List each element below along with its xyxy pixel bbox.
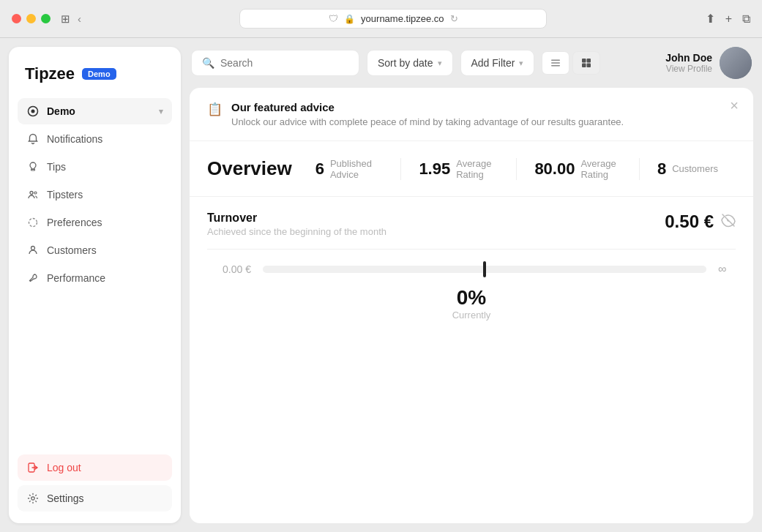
search-input[interactable] bbox=[220, 57, 348, 69]
banner-content: Our featured advice Unlock our advice wi… bbox=[231, 101, 624, 127]
add-filter-button[interactable]: Add Filter ▾ bbox=[460, 50, 535, 76]
slider-row: 0.00 € ∞ bbox=[207, 263, 736, 276]
clipboard-icon: 📋 bbox=[207, 102, 223, 117]
logout-icon bbox=[26, 461, 40, 474]
svg-rect-11 bbox=[551, 65, 560, 67]
shield-icon: 🛡 bbox=[329, 13, 338, 24]
sidebar-item-customers[interactable]: Customers bbox=[18, 237, 172, 263]
circle-dashed-icon bbox=[26, 216, 40, 229]
slider-thumb[interactable] bbox=[483, 261, 486, 277]
demo-badge: Demo bbox=[82, 68, 116, 80]
list-view-button[interactable] bbox=[542, 51, 569, 75]
sidebar-item-label: Tips bbox=[47, 161, 66, 173]
extensions-icon[interactable]: ⧉ bbox=[742, 12, 750, 26]
turnover-subtitle: Achieved since the beginning of the mont… bbox=[207, 226, 386, 237]
slider-min-value: 0.00 € bbox=[207, 263, 251, 275]
sidebar-item-label: Notifications bbox=[47, 133, 102, 145]
user-area: John Doe View Profile bbox=[665, 47, 752, 79]
sidebar-item-demo[interactable]: Demo ▾ bbox=[18, 98, 172, 124]
stat-customers: 8 Customers bbox=[640, 160, 736, 179]
sort-by-date-button[interactable]: Sort by date ▾ bbox=[367, 50, 453, 76]
sidebar-item-notifications[interactable]: Notifications bbox=[18, 126, 172, 152]
traffic-lights bbox=[12, 14, 51, 23]
svg-rect-9 bbox=[551, 60, 560, 61]
hide-value-icon[interactable] bbox=[721, 213, 736, 231]
settings-label: Settings bbox=[47, 492, 84, 504]
stat-label: Published Advice bbox=[330, 158, 383, 180]
search-icon: 🔍 bbox=[202, 57, 214, 69]
logout-label: Log out bbox=[47, 462, 81, 473]
divider bbox=[207, 249, 736, 250]
stat-published: 6 Published Advice bbox=[315, 158, 402, 180]
browser-nav-icons: ⊞ ‹ bbox=[61, 12, 81, 26]
turnover-value: 0.50 € bbox=[665, 211, 714, 232]
view-profile-link[interactable]: View Profile bbox=[665, 64, 712, 74]
stat-avg-rating-1: 1.95 Average Rating bbox=[401, 158, 517, 180]
svg-rect-13 bbox=[587, 59, 591, 63]
sidebar: Tipzee Demo Demo ▾ Notifications Tips bbox=[9, 47, 181, 523]
view-toggle bbox=[542, 51, 600, 75]
grid-view-button[interactable] bbox=[572, 51, 600, 75]
turnover-value-area: 0.50 € bbox=[665, 211, 736, 232]
turnover-title: Turnover bbox=[207, 211, 386, 225]
back-icon[interactable]: ‹ bbox=[78, 12, 81, 25]
turnover-header: Turnover Achieved since the beginning of… bbox=[207, 211, 736, 237]
tl-red[interactable] bbox=[12, 14, 21, 23]
sidebar-item-label: Preferences bbox=[47, 217, 102, 228]
sidebar-item-label: Tipsters bbox=[47, 189, 83, 201]
sidebar-item-label: Customers bbox=[47, 244, 97, 256]
settings-button[interactable]: Settings bbox=[18, 485, 172, 512]
chevron-down-icon: ▾ bbox=[159, 107, 163, 116]
svg-rect-12 bbox=[582, 59, 586, 63]
slider-area: 0.00 € ∞ 0% Currently bbox=[207, 263, 736, 321]
lock-icon: 🔒 bbox=[344, 14, 355, 24]
circle-dot-icon bbox=[26, 105, 40, 118]
svg-point-8 bbox=[31, 497, 34, 500]
filter-label: Add Filter bbox=[471, 57, 515, 69]
sidebar-item-tipsters[interactable]: Tipsters bbox=[18, 181, 172, 208]
overview-section: Overview 6 Published Advice 1.95 Average… bbox=[190, 141, 753, 197]
wrench-icon bbox=[26, 271, 40, 285]
slider-track[interactable] bbox=[263, 266, 706, 273]
stat-label: Average Rating bbox=[456, 158, 498, 180]
url-text: yourname.tipzee.co bbox=[361, 13, 444, 24]
sidebar-item-tips[interactable]: Tips bbox=[18, 154, 172, 180]
sort-label: Sort by date bbox=[378, 57, 433, 69]
grid-icon bbox=[580, 57, 592, 69]
users-icon bbox=[26, 244, 40, 257]
banner-description: Unlock our advice with complete peace of… bbox=[231, 116, 624, 127]
svg-point-3 bbox=[30, 192, 33, 195]
toolbar: 🔍 Sort by date ▾ Add Filter ▾ bbox=[190, 47, 753, 79]
svg-point-6 bbox=[31, 247, 35, 250]
stat-value: 80.00 bbox=[534, 160, 575, 179]
user-group-icon bbox=[26, 188, 40, 201]
slider-max-value: ∞ bbox=[718, 263, 736, 276]
lightbulb-icon bbox=[26, 160, 40, 173]
list-icon bbox=[550, 57, 561, 69]
svg-point-5 bbox=[29, 219, 37, 227]
stat-label: Customers bbox=[672, 163, 718, 174]
search-box[interactable]: 🔍 bbox=[191, 50, 359, 76]
share-icon[interactable]: ⬆ bbox=[706, 12, 715, 26]
refresh-icon[interactable]: ↻ bbox=[450, 13, 458, 24]
percent-label: Currently bbox=[452, 310, 491, 321]
app-layout: Tipzee Demo Demo ▾ Notifications Tips bbox=[0, 38, 762, 532]
browser-chrome: ⊞ ‹ 🛡 🔒 yourname.tipzee.co ↻ ⬆ + ⧉ bbox=[0, 0, 762, 38]
sidebar-item-performance[interactable]: Performance bbox=[18, 265, 172, 291]
logo-text: Tipzee bbox=[25, 64, 75, 83]
svg-point-4 bbox=[34, 192, 37, 194]
tl-green[interactable] bbox=[41, 14, 51, 23]
tl-yellow[interactable] bbox=[26, 14, 36, 23]
svg-rect-2 bbox=[31, 170, 35, 171]
logout-button[interactable]: Log out bbox=[18, 454, 172, 481]
svg-rect-10 bbox=[551, 62, 560, 64]
address-bar[interactable]: 🛡 🔒 yourname.tipzee.co ↻ bbox=[239, 9, 547, 29]
sidebar-item-preferences[interactable]: Preferences bbox=[18, 209, 172, 236]
turnover-section: Turnover Achieved since the beginning of… bbox=[190, 197, 753, 335]
close-banner-button[interactable]: × bbox=[730, 98, 739, 113]
avatar[interactable] bbox=[720, 47, 752, 79]
settings-icon bbox=[26, 492, 40, 505]
new-tab-icon[interactable]: + bbox=[725, 12, 732, 26]
featured-banner: 📋 Our featured advice Unlock our advice … bbox=[190, 88, 753, 141]
svg-rect-14 bbox=[582, 64, 586, 68]
